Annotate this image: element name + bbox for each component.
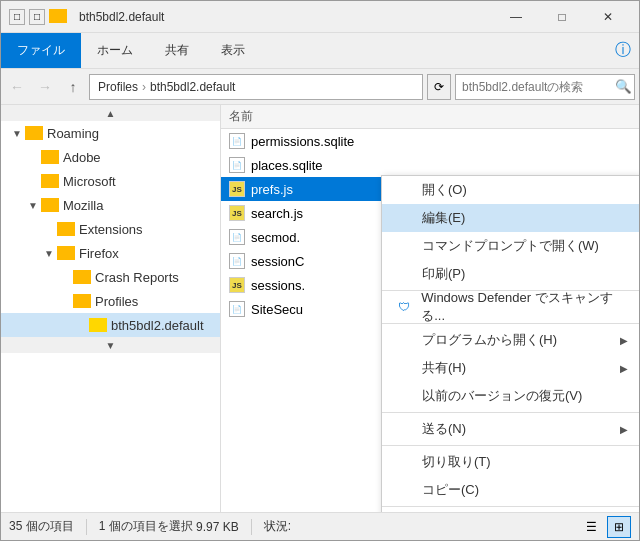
ctx-print[interactable]: 印刷(P) [382, 260, 639, 288]
scroll-up-button[interactable]: ▲ [1, 105, 220, 121]
tree-label-microsoft: Microsoft [63, 174, 116, 189]
tab-home[interactable]: ホーム [81, 33, 149, 68]
tree-label-firefox: Firefox [79, 246, 119, 261]
ctx-sep-3 [382, 412, 639, 413]
list-view-button[interactable]: ⊞ [607, 516, 631, 538]
ctx-cut-label: 切り取り(T) [422, 453, 491, 471]
ctx-cmd[interactable]: コマンドプロンプトで開く(W) [382, 232, 639, 260]
ctx-sep-4 [382, 445, 639, 446]
forward-button[interactable]: → [33, 75, 57, 99]
tree-item-crash-reports[interactable]: Crash Reports [1, 265, 220, 289]
tree-item-firefox[interactable]: ▼ Firefox [1, 241, 220, 265]
open-with-icon [394, 330, 414, 350]
file-icon-doc: 📄 [229, 253, 245, 269]
view-buttons: ☰ ⊞ [579, 516, 631, 538]
address-path[interactable]: Profiles › bth5bdl2.default [89, 74, 423, 100]
search-box: 🔍 [455, 74, 635, 100]
ctx-defender[interactable]: 🛡 Windows Defender でスキャンする... [382, 293, 639, 321]
tree-item-microsoft[interactable]: Microsoft [1, 169, 220, 193]
maximize-button[interactable]: □ [539, 1, 585, 33]
status-separator [86, 519, 87, 535]
file-item-places[interactable]: 📄 places.sqlite [221, 153, 639, 177]
send-icon [394, 419, 414, 439]
folder-icon-roaming [25, 126, 43, 140]
expand-icon: ▼ [41, 248, 57, 259]
main-area: ▲ ▼ Roaming Adobe Microsoft ▼ Mozilla [1, 105, 639, 512]
tree-item-mozilla[interactable]: ▼ Mozilla [1, 193, 220, 217]
search-button[interactable]: 🔍 [613, 75, 634, 99]
tree-label-crash-reports: Crash Reports [95, 270, 179, 285]
tree-item-extensions[interactable]: Extensions [1, 217, 220, 241]
ctx-open-with[interactable]: プログラムから開く(H) ▶ [382, 326, 639, 354]
ctx-share[interactable]: 共有(H) ▶ [382, 354, 639, 382]
folder-icon-firefox [57, 246, 75, 260]
file-icon-js: JS [229, 277, 245, 293]
file-icon-js: JS [229, 181, 245, 197]
help-icon[interactable]: ⓘ [615, 40, 631, 61]
path-segment-profile: bth5bdl2.default [150, 80, 235, 94]
restore-icon [394, 386, 414, 406]
left-panel: ▲ ▼ Roaming Adobe Microsoft ▼ Mozilla [1, 105, 221, 512]
file-icon-doc: 📄 [229, 133, 245, 149]
search-input[interactable] [456, 80, 613, 94]
ctx-open-label: 開く(O) [422, 181, 467, 199]
ribbon: ファイル ホーム 共有 表示 ⓘ [1, 33, 639, 69]
file-icon-doc: 📄 [229, 157, 245, 173]
address-bar: ← → ↑ Profiles › bth5bdl2.default ⟳ 🔍 [1, 69, 639, 105]
ctx-cut[interactable]: 切り取り(T) [382, 448, 639, 476]
expand-icon: ▼ [25, 200, 41, 211]
ctx-send-to[interactable]: 送る(N) ▶ [382, 415, 639, 443]
share-icon [394, 358, 414, 378]
tree-label-roaming: Roaming [47, 126, 99, 141]
open-icon [394, 180, 414, 200]
file-item-permissions[interactable]: 📄 permissions.sqlite [221, 129, 639, 153]
ctx-edit-label: 編集(E) [422, 209, 465, 227]
ctx-restore[interactable]: 以前のバージョンの復元(V) [382, 382, 639, 410]
folder-icon-mozilla [41, 198, 59, 212]
title-bar: □ □ bth5bdl2.default — □ ✕ [1, 1, 639, 33]
ctx-edit[interactable]: 編集(E) [382, 204, 639, 232]
window-title: bth5bdl2.default [79, 10, 164, 24]
expand-icon: ▼ [9, 128, 25, 139]
selected-info: 1 個の項目を選択 [99, 518, 193, 535]
status-separator-2 [251, 519, 252, 535]
ctx-print-label: 印刷(P) [422, 265, 465, 283]
selected-size: 9.97 KB [196, 520, 239, 534]
folder-icon-crash-reports [73, 270, 91, 284]
tree-item-roaming[interactable]: ▼ Roaming [1, 121, 220, 145]
ctx-open[interactable]: 開く(O) [382, 176, 639, 204]
tree-item-adobe[interactable]: Adobe [1, 145, 220, 169]
up-button[interactable]: ↑ [61, 75, 85, 99]
ctx-sep-5 [382, 506, 639, 507]
tree-item-bth5bdl2[interactable]: bth5bdl2.default [1, 313, 220, 337]
folder-icon-extensions [57, 222, 75, 236]
close-button[interactable]: ✕ [585, 1, 631, 33]
tree-label-profiles: Profiles [95, 294, 138, 309]
ctx-create-shortcut[interactable]: ショートカットの作成(S) [382, 509, 639, 512]
file-name: search.js [251, 206, 303, 221]
title-icon-2: □ [29, 9, 45, 25]
tree-item-profiles[interactable]: Profiles [1, 289, 220, 313]
folder-icon-microsoft [41, 174, 59, 188]
submenu-arrow: ▶ [620, 363, 628, 374]
defender-icon: 🛡 [394, 297, 413, 317]
file-icon-js: JS [229, 205, 245, 221]
tab-view[interactable]: 表示 [205, 33, 261, 68]
scroll-down-button[interactable]: ▼ [1, 337, 220, 353]
tab-file[interactable]: ファイル [1, 33, 81, 68]
file-name: permissions.sqlite [251, 134, 354, 149]
detail-view-button[interactable]: ☰ [579, 516, 603, 538]
folder-title-icon [49, 9, 67, 23]
file-icon-doc: 📄 [229, 229, 245, 245]
file-name: places.sqlite [251, 158, 323, 173]
path-sep: › [142, 80, 146, 94]
tree-label-extensions: Extensions [79, 222, 143, 237]
ctx-copy[interactable]: コピー(C) [382, 476, 639, 504]
refresh-button[interactable]: ⟳ [427, 74, 451, 100]
window-controls: — □ ✕ [493, 1, 631, 33]
tab-share[interactable]: 共有 [149, 33, 205, 68]
state-label: 状況: [264, 518, 291, 535]
minimize-button[interactable]: — [493, 1, 539, 33]
back-button[interactable]: ← [5, 75, 29, 99]
file-list-header: 名前 [221, 105, 639, 129]
